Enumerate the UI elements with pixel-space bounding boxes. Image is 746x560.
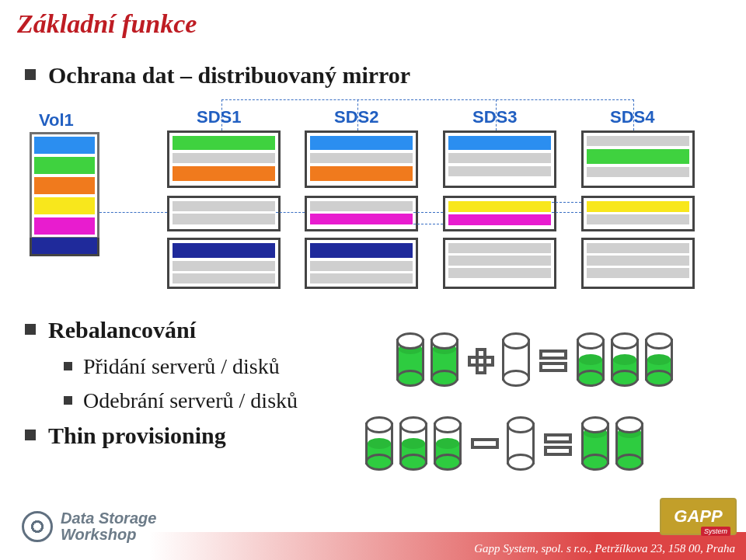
sds4-mid — [581, 196, 695, 231]
sub-odebrani: Odebrání serverů / disků — [64, 388, 298, 413]
stripe — [310, 136, 413, 150]
stripe — [34, 137, 95, 154]
cylinder-icon — [581, 416, 609, 471]
gapp-logo-icon: GAPP System — [660, 498, 737, 535]
cylinder-icon — [365, 416, 393, 471]
cylinder-icon — [434, 416, 462, 471]
stripe — [173, 261, 275, 271]
cylinder-icon — [399, 416, 427, 471]
data-storage-workshop-logo: Data Storage Workshop — [22, 510, 156, 543]
stripe — [173, 214, 275, 224]
stripe — [587, 243, 689, 253]
connector-line — [633, 99, 634, 130]
stripe — [448, 136, 551, 150]
stripe — [587, 268, 689, 278]
sds3-label: SDS3 — [472, 107, 517, 127]
slide: Základní funkce Ochrana dat – distribuov… — [0, 0, 746, 560]
stripe — [448, 153, 551, 163]
plus-icon — [468, 348, 494, 374]
dsw-line1: Data Storage — [61, 510, 156, 527]
sds1-top — [167, 130, 281, 188]
bullet-rebalancovani: Rebalancování — [25, 317, 196, 343]
sds3-bot — [443, 238, 556, 289]
stripe — [173, 166, 275, 181]
stripe — [587, 149, 689, 164]
svg-rect-6 — [541, 351, 566, 358]
connector-line — [413, 224, 443, 224]
connector-line — [99, 212, 167, 213]
stripe — [34, 177, 95, 194]
minus-icon — [471, 438, 499, 450]
stripe — [173, 201, 275, 211]
stripe — [448, 201, 551, 212]
stripe — [448, 256, 551, 266]
sds2-mid — [305, 196, 418, 231]
vol1-label: Vol1 — [39, 110, 74, 130]
bullet-thin-provisioning: Thin provisioning — [25, 423, 226, 449]
stripe — [310, 153, 413, 163]
stripe — [310, 261, 413, 271]
stripe — [310, 273, 413, 283]
stripe — [587, 167, 689, 177]
cylinder-icon — [502, 332, 530, 387]
stripe — [310, 243, 413, 258]
connector-line — [221, 99, 634, 100]
footer-text: Gapp System, spol. s r.o., Petržílkova 2… — [474, 542, 735, 555]
connector-line — [357, 99, 358, 130]
stripe — [310, 166, 413, 181]
sds2-bot — [305, 238, 418, 289]
bullet-icon — [25, 430, 36, 440]
sds4-label: SDS4 — [610, 107, 654, 127]
equals-icon — [544, 433, 572, 457]
stripe — [448, 243, 551, 253]
stripe — [587, 136, 689, 146]
stripe — [173, 153, 275, 163]
sds3-top — [443, 130, 556, 188]
bullet-icon — [25, 324, 36, 335]
cylinder-icon — [615, 416, 643, 471]
bullet-text: Thin provisioning — [48, 423, 226, 448]
cylinder-icon — [577, 332, 605, 387]
bullet-ochrana-dat: Ochrana dat – distribuovaný mirror — [25, 62, 410, 89]
stripe — [310, 201, 413, 211]
stripe — [173, 273, 275, 283]
bullet-text: Rebalancování — [48, 317, 196, 343]
sds1-label: SDS1 — [197, 107, 241, 127]
bullet-icon — [64, 362, 72, 370]
cylinder-icon — [507, 416, 535, 471]
dsw-line2: Workshop — [61, 526, 136, 543]
connector-line — [276, 212, 305, 213]
disk-icon — [22, 511, 53, 542]
connector-line — [221, 99, 222, 130]
stripe — [448, 214, 551, 225]
sds4-bot — [581, 238, 695, 289]
equals-icon — [539, 350, 567, 373]
stripe — [34, 217, 95, 235]
stripe — [173, 136, 275, 150]
sds1-bot — [167, 238, 281, 289]
sds3-mid — [443, 196, 556, 231]
stripe — [448, 268, 551, 278]
sds2-label: SDS2 — [334, 107, 378, 127]
bullet-icon — [25, 69, 36, 80]
gapp-logo-text: GAPP — [674, 506, 722, 527]
sub-text: Odebrání serverů / disků — [83, 388, 298, 412]
sds1-mid — [167, 196, 281, 231]
bullet-icon — [64, 396, 72, 405]
connector-line — [552, 212, 581, 213]
cylinder-icon — [645, 332, 673, 387]
cylinder-icon — [396, 332, 424, 387]
cylinder-icon — [431, 332, 458, 387]
svg-rect-7 — [541, 363, 566, 370]
gapp-logo-sub: System — [701, 527, 730, 536]
stripe — [448, 166, 551, 176]
vol1-box — [30, 132, 99, 239]
sub-pridani: Přidání serverů / disků — [64, 354, 280, 379]
connector-line — [413, 212, 443, 213]
svg-rect-10 — [546, 447, 570, 454]
bullet-text: Ochrana dat – distribuovaný mirror — [48, 62, 410, 88]
stripe — [587, 256, 689, 266]
stripe — [173, 243, 275, 258]
slide-title: Základní funkce — [17, 9, 197, 39]
stripe — [34, 157, 95, 174]
